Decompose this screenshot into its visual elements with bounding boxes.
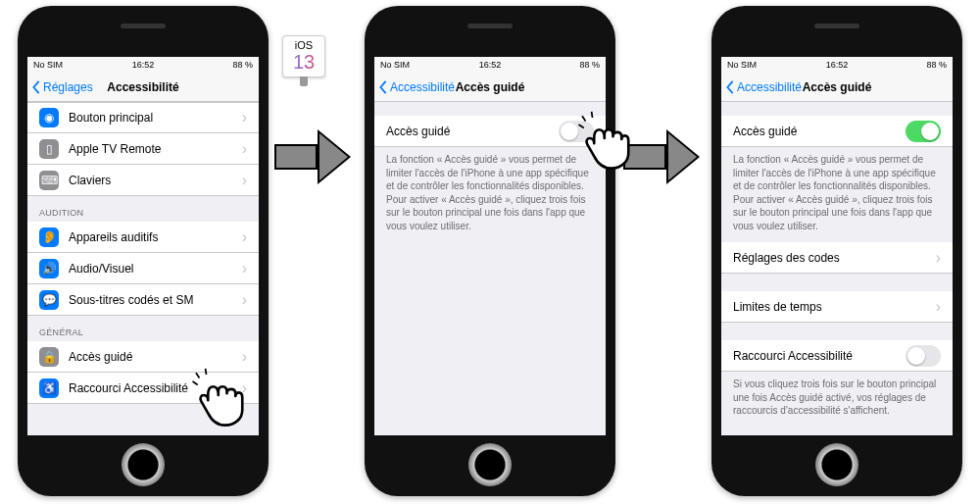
chevron-right-icon: › (242, 110, 247, 126)
chevron-right-icon: › (936, 250, 941, 266)
row-label: Accès guidé (733, 125, 906, 138)
chevron-right-icon: › (242, 261, 247, 277)
row-label: Bouton principal (69, 111, 242, 125)
chevron-right-icon: › (242, 173, 247, 188)
lock-icon: 🔒 (39, 347, 59, 367)
row-audio-visuel[interactable]: 🔊Audio/Visuel› (27, 253, 259, 284)
row-bouton-principal[interactable]: ◉Bouton principal› (27, 102, 259, 133)
ios-version: 13 (283, 51, 324, 74)
row-acces-guide-toggle[interactable]: Accès guidé (721, 116, 953, 147)
clock: 16:52 (27, 60, 259, 70)
row-acces-guide[interactable]: 🔒Accès guidé› (27, 341, 259, 373)
row-appareils-auditifs[interactable]: 👂Appareils auditifs› (27, 222, 259, 253)
row-label: Appareils auditifs (69, 230, 242, 244)
row-raccourci-access[interactable]: Raccourci Accessibilité (721, 340, 953, 372)
section-general: GÉNÉRAL (27, 316, 259, 341)
status-bar: No SIM 16:52 88 % (27, 57, 259, 73)
phone-guided-access-on: No SIM 16:52 88 % Accessibilité Accès gu… (711, 6, 962, 496)
status-bar: No SIM 16:52 88 % (374, 57, 606, 73)
captions-icon: 💬 (39, 290, 59, 310)
status-bar: No SIM 16:52 88 % (721, 57, 953, 73)
keyboard-icon: ⌨ (39, 171, 59, 190)
row-claviers[interactable]: ⌨Claviers› (27, 165, 259, 196)
audio-icon: 🔊 (39, 259, 59, 278)
clock: 16:52 (721, 60, 953, 70)
row-label: Limites de temps (733, 300, 936, 314)
chevron-right-icon: › (242, 349, 247, 365)
back-button[interactable]: Accessibilité (374, 80, 455, 94)
ios-label: iOS (283, 39, 324, 51)
toggle-off[interactable] (906, 345, 941, 367)
row-label: Apple TV Remote (69, 142, 242, 156)
screen: No SIM 16:52 88 % Réglages Accessibilité… (27, 57, 259, 435)
row-raccourci[interactable]: ♿Raccourci Accessibilité› (27, 373, 259, 404)
phone-accessibility: No SIM 16:52 88 % Réglages Accessibilité… (18, 6, 269, 496)
row-label: Accès guidé (386, 125, 559, 138)
tv-remote-icon: ▯ (39, 139, 59, 159)
settings-list[interactable]: Accès guidé La fonction « Accès guidé » … (721, 102, 953, 435)
settings-list[interactable]: ◉Bouton principal› ▯Apple TV Remote› ⌨Cl… (27, 102, 259, 435)
chevron-right-icon: › (242, 141, 247, 157)
back-button[interactable]: Réglages (27, 80, 93, 94)
row-label: Réglages des codes (733, 251, 936, 265)
row-acces-guide-toggle[interactable]: Accès guidé (374, 116, 606, 147)
nav-bar: Réglages Accessibilité (27, 73, 259, 102)
settings-list[interactable]: Accès guidé La fonction « Accès guidé » … (374, 102, 606, 435)
section-audition: AUDITION (27, 196, 259, 222)
row-label: Sous-titres codés et SM (69, 293, 242, 307)
nav-bar: Accessibilité Accès guidé (721, 73, 953, 102)
back-label: Accessibilité (737, 80, 802, 94)
row-label: Raccourci Accessibilité (69, 381, 242, 395)
arrow-right-icon (274, 129, 351, 184)
arrow-right-icon (623, 129, 700, 184)
row-label: Raccourci Accessibilité (733, 349, 906, 363)
row-apple-tv-remote[interactable]: ▯Apple TV Remote› (27, 133, 259, 165)
back-label: Accessibilité (390, 80, 455, 94)
screen: No SIM 16:52 88 % Accessibilité Accès gu… (721, 57, 953, 435)
toggle-on[interactable] (906, 121, 941, 142)
accessibility-icon: ♿ (39, 378, 59, 398)
phone-guided-access-off: No SIM 16:52 88 % Accessibilité Accès gu… (365, 6, 615, 496)
back-button[interactable]: Accessibilité (721, 80, 802, 94)
row-label: Audio/Visuel (69, 262, 242, 276)
back-label: Réglages (43, 80, 93, 94)
chevron-right-icon: › (936, 299, 941, 315)
ios-13-badge: iOS 13 (282, 35, 325, 77)
screen: No SIM 16:52 88 % Accessibilité Accès gu… (374, 57, 606, 435)
description: La fonction « Accès guidé » vous permet … (374, 147, 606, 242)
clock: 16:52 (374, 60, 606, 70)
row-sous-titres[interactable]: 💬Sous-titres codés et SM› (27, 284, 259, 316)
description: Si vous cliquez trois fois sur le bouton… (721, 372, 953, 428)
ear-icon: 👂 (39, 227, 59, 247)
chevron-right-icon: › (242, 229, 247, 245)
home-icon: ◉ (39, 108, 59, 127)
row-label: Accès guidé (69, 350, 242, 364)
chevron-right-icon: › (242, 292, 247, 308)
row-reglages-codes[interactable]: Réglages des codes› (721, 242, 953, 274)
nav-bar: Accessibilité Accès guidé (374, 73, 606, 102)
toggle-off[interactable] (559, 121, 594, 142)
row-label: Claviers (69, 174, 242, 187)
description: La fonction « Accès guidé » vous permet … (721, 147, 953, 242)
chevron-right-icon: › (242, 380, 247, 396)
row-limites-temps[interactable]: Limites de temps› (721, 291, 953, 323)
